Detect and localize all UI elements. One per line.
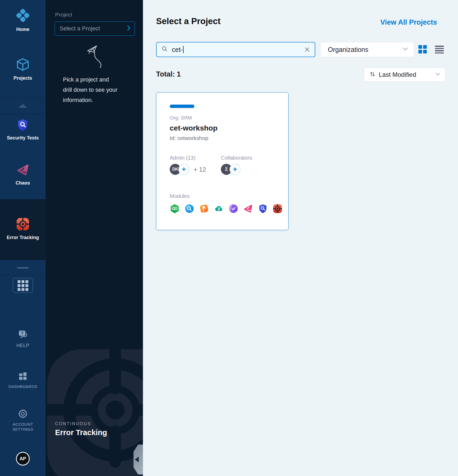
chevron-down-icon bbox=[402, 47, 408, 52]
modules-label: Modules bbox=[170, 193, 190, 199]
results-total: Total: 1 bbox=[156, 70, 181, 78]
gear-icon bbox=[17, 408, 28, 420]
module-srm-icon bbox=[228, 204, 238, 214]
error-tracking-target-icon bbox=[16, 217, 30, 232]
sidebar-item-help[interactable]: ? HELP bbox=[0, 329, 46, 348]
admin-label: Admin (13) bbox=[170, 155, 195, 161]
sidebar-item-label: Home bbox=[16, 27, 29, 32]
module-feature-flags-icon bbox=[199, 204, 209, 214]
empty-state-hint: Pick a project and drill down to see you… bbox=[63, 74, 118, 105]
svg-text:$: $ bbox=[218, 207, 220, 211]
page-title: Select a Project bbox=[156, 16, 221, 26]
sidebar-item-home[interactable]: Home bbox=[0, 8, 46, 32]
modules-row: $ bbox=[170, 204, 283, 214]
card-project-name: cet-workshop bbox=[170, 124, 217, 132]
sidebar-item-projects[interactable]: Projects bbox=[0, 57, 46, 81]
sidebar-item-label: ACCOUNT bbox=[13, 422, 33, 426]
sort-dropdown[interactable]: Last Modified bbox=[364, 68, 445, 82]
main-sidebar: Home Projects Security Tests bbox=[0, 0, 46, 476]
sidebar-drag-handle[interactable] bbox=[17, 267, 29, 268]
sort-value: Last Modified bbox=[379, 71, 435, 78]
sidebar-item-dashboards[interactable]: DASHBOARDS bbox=[0, 371, 46, 389]
sidebar-item-chaos[interactable]: Chaos bbox=[0, 163, 46, 186]
sidebar-divider bbox=[0, 275, 46, 275]
module-title: Error Tracking bbox=[55, 428, 107, 437]
project-selector-value: Select a Project bbox=[60, 25, 127, 32]
project-card[interactable]: Org: SRM cet-workshop Id: cetworkshop Ad… bbox=[156, 92, 289, 230]
project-section-label: Project bbox=[55, 12, 72, 18]
module-kicker: CONTINUOUS bbox=[55, 421, 91, 426]
sidebar-item-label: Chaos bbox=[15, 180, 30, 186]
card-org: Org: SRM bbox=[170, 115, 192, 121]
sidebar-item-label: Error Tracking bbox=[7, 235, 39, 240]
main-content: Select a Project View All Projects cet- … bbox=[143, 0, 458, 476]
view-all-projects-link[interactable]: View All Projects bbox=[380, 18, 437, 26]
module-switcher-button[interactable] bbox=[13, 278, 33, 293]
chevron-right-icon bbox=[127, 25, 131, 32]
cube-icon bbox=[15, 57, 30, 73]
paper-plane-illustration bbox=[84, 44, 113, 71]
search-icon bbox=[161, 46, 168, 53]
module-cloud-costs-icon: $ bbox=[214, 204, 224, 214]
add-admin-button[interactable]: + bbox=[178, 164, 189, 175]
admin-overflow-count: + 12 bbox=[194, 166, 206, 173]
sidebar-collapse-toggle[interactable] bbox=[0, 98, 46, 114]
sidebar-item-label: Projects bbox=[13, 75, 32, 81]
module-cet-icon bbox=[273, 204, 283, 214]
chevron-down-icon bbox=[435, 72, 440, 77]
module-sto-icon bbox=[258, 204, 268, 214]
sidebar-item-label: HELP bbox=[16, 343, 29, 348]
text-cursor bbox=[183, 46, 184, 53]
card-accent-bar bbox=[170, 105, 194, 108]
module-chaos-icon bbox=[243, 204, 253, 214]
collaborators-label: Collaborators bbox=[221, 155, 252, 161]
plus-icon: + bbox=[233, 165, 237, 174]
chaos-icon bbox=[16, 163, 30, 178]
sidebar-item-label: DASHBOARDS bbox=[8, 384, 37, 389]
harness-logo-icon bbox=[15, 8, 30, 24]
organizations-filter-value: Organizations bbox=[328, 46, 402, 53]
plus-icon: + bbox=[182, 165, 186, 174]
grid-view-toggle[interactable] bbox=[418, 45, 427, 53]
card-project-id: Id: cetworkshop bbox=[170, 135, 208, 141]
add-collaborator-button[interactable]: + bbox=[230, 164, 241, 175]
sidebar-item-label: SETTINGS bbox=[12, 427, 33, 431]
apps-grid-icon bbox=[18, 280, 28, 291]
project-selector[interactable]: Select a Project bbox=[55, 21, 135, 36]
user-avatar[interactable]: AP bbox=[16, 452, 30, 466]
sidebar-item-label: Security Tests bbox=[7, 135, 39, 141]
avatar-initials: AP bbox=[19, 456, 26, 462]
chevron-left-icon bbox=[135, 457, 139, 462]
organizations-filter-dropdown[interactable]: Organizations bbox=[320, 42, 414, 57]
person-icon bbox=[223, 166, 230, 173]
module-ci-icon bbox=[170, 204, 180, 214]
help-chat-icon: ? bbox=[18, 329, 28, 341]
avatar-initials: DK bbox=[172, 167, 178, 172]
sidebar-item-error-tracking[interactable]: Error Tracking bbox=[0, 217, 46, 240]
dashboards-icon bbox=[18, 371, 28, 382]
shield-search-icon bbox=[16, 118, 29, 133]
project-search-input[interactable]: cet- bbox=[156, 42, 315, 57]
error-tracking-watermark bbox=[46, 339, 143, 476]
search-value: cet- bbox=[172, 46, 183, 53]
module-cd-icon bbox=[184, 204, 194, 214]
svg-text:?: ? bbox=[21, 331, 24, 336]
project-scope-panel: Project Select a Project Pick a project … bbox=[46, 0, 143, 476]
sort-arrows-icon bbox=[369, 71, 376, 79]
sidebar-item-account-settings[interactable]: ACCOUNT SETTINGS bbox=[0, 408, 46, 431]
chevron-up-icon bbox=[18, 104, 27, 108]
sidebar-item-security-tests[interactable]: Security Tests bbox=[0, 118, 46, 141]
clear-search-icon[interactable] bbox=[304, 47, 310, 52]
list-view-toggle[interactable] bbox=[435, 46, 444, 53]
